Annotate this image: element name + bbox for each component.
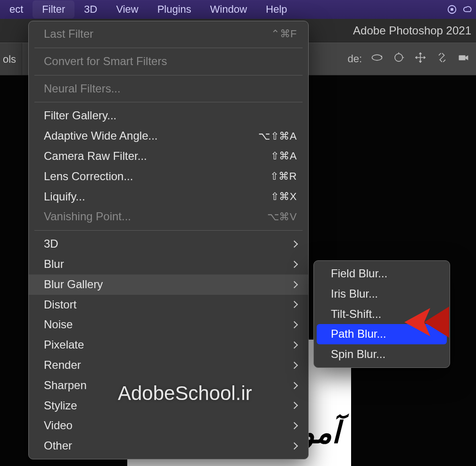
menuitem-distort[interactable]: Distort [29,295,308,315]
menuitem-filter-gallery[interactable]: Filter Gallery... [29,106,308,126]
menuitem-blur-gallery[interactable]: Blur Gallery [29,275,308,295]
menu-window[interactable]: Window [201,0,256,18]
menuitem-label: Neural Filters... [44,81,121,97]
menuitem-sharpen[interactable]: Sharpen [29,375,308,396]
menuitem-label: Render [44,357,81,374]
menuitem-shortcut: ⇧⌘R [270,169,297,184]
menuitem-adaptive-wide-angle[interactable]: Adaptive Wide Angle... ⌥⇧⌘A [29,126,308,146]
app-title: Adobe Photoshop 2021 [353,24,471,37]
menuitem-label: Distort [44,297,76,313]
svg-rect-1 [451,8,453,11]
menuitem-label: Tilt-Shift... [331,306,381,323]
pan-icon[interactable] [414,51,427,67]
menuitem-shortcut: ⌥⌘V [267,209,297,225]
menuitem-stylize[interactable]: Stylize [29,396,308,416]
blur-gallery-submenu: Field Blur... Iris Blur... Tilt-Shift...… [313,260,450,368]
menu-separator [34,230,303,231]
menuitem-other[interactable]: Other [29,436,308,456]
filter-menu: Last Filter ⌃⌘F Convert for Smart Filter… [28,21,309,459]
svg-point-3 [381,56,382,57]
menuitem-vanishing-point[interactable]: Vanishing Point... ⌥⌘V [29,207,308,227]
menu-filter[interactable]: Filter [33,0,74,18]
svg-point-4 [395,54,402,61]
menuitem-label: Lens Correction... [44,168,133,185]
roll-icon[interactable] [392,51,405,67]
menuitem-label: Video [44,417,73,434]
slide-icon[interactable] [435,51,449,67]
menuitem-lens-correction[interactable]: Lens Correction... ⇧⌘R [29,166,308,187]
menuitem-label: Field Blur... [331,266,387,282]
menuitem-label: Noise [44,316,73,333]
creative-cloud-icon[interactable] [460,4,476,15]
menuitem-label: Filter Gallery... [44,108,116,124]
orbit-icon[interactable] [370,51,384,67]
submenu-tilt-shift[interactable]: Tilt-Shift... [314,304,450,325]
menuitem-label: Other [44,438,72,454]
svg-point-2 [372,55,382,60]
menuitem-label: Blur Gallery [44,276,103,293]
menuitem-last-filter[interactable]: Last Filter ⌃⌘F [29,24,308,44]
submenu-iris-blur[interactable]: Iris Blur... [314,284,450,304]
menuitem-camera-raw-filter[interactable]: Camera Raw Filter... ⇧⌘A [29,146,308,166]
menuitem-neural-filters[interactable]: Neural Filters... [29,79,308,99]
menuitem-label: Path Blur... [331,326,386,342]
menu-help[interactable]: Help [256,0,296,18]
mode-label-fragment: de: [347,53,362,65]
svg-rect-5 [459,55,466,60]
menuitem-label: Camera Raw Filter... [44,148,147,165]
menuitem-shortcut: ⇧⌘X [271,189,297,204]
menuitem-label: Sharpen [44,377,87,394]
menuitem-convert-smart-filters[interactable]: Convert for Smart Filters [29,51,308,72]
menu-select[interactable]: ect [0,0,33,18]
menuitem-label: Convert for Smart Filters [44,53,167,70]
menuitem-render[interactable]: Render [29,355,308,375]
menuitem-pixelate[interactable]: Pixelate [29,335,308,355]
menubar: ect Filter 3D View Plugins Window Help [0,0,476,19]
menuitem-label: Liquify... [44,189,85,205]
menu-3d[interactable]: 3D [74,0,107,18]
menu-separator [34,48,303,48]
menuitem-label: Spin Blur... [331,346,386,363]
menuitem-video[interactable]: Video [29,416,308,436]
menuitem-shortcut: ⇧⌘A [271,149,297,164]
menuitem-label: Iris Blur... [331,286,378,302]
menuitem-blur[interactable]: Blur [29,254,308,275]
zoom-camera-icon[interactable] [457,51,470,67]
menuitem-label: Blur [44,256,64,273]
menuitem-label: Stylize [44,398,77,414]
menuitem-noise[interactable]: Noise [29,315,308,335]
options-tab[interactable]: ols [0,43,22,75]
menuitem-label: Pixelate [44,337,84,353]
menu-separator [34,102,303,102]
menuitem-liquify[interactable]: Liquify... ⇧⌘X [29,187,308,207]
menuitem-shortcut: ⌃⌘F [271,26,297,42]
menu-separator [34,75,303,75]
menuitem-label: 3D [44,236,58,252]
submenu-path-blur[interactable]: Path Blur... [317,324,447,344]
submenu-spin-blur[interactable]: Spin Blur... [314,344,450,365]
menu-view[interactable]: View [107,0,148,18]
options-tab-label: ols [3,53,16,66]
menuitem-label: Vanishing Point... [44,208,131,225]
submenu-field-blur[interactable]: Field Blur... [314,264,450,284]
menuitem-shortcut: ⌥⇧⌘A [258,129,297,144]
menuitem-3d[interactable]: 3D [29,234,308,254]
menuitem-label: Last Filter [44,26,93,42]
record-icon[interactable] [444,4,460,15]
menu-plugins[interactable]: Plugins [148,0,201,18]
menuitem-label: Adaptive Wide Angle... [44,128,157,144]
